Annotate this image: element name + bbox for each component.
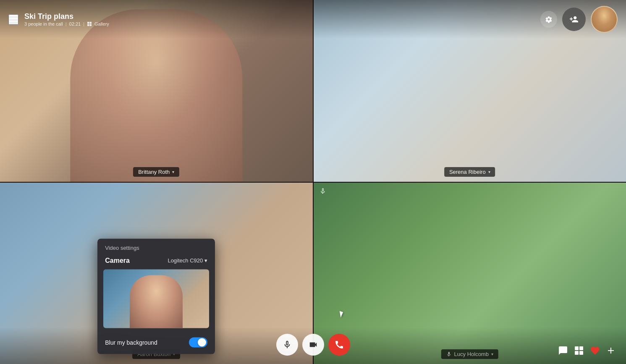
title-group: Ski Trip plans 3 people in the call | 02… [24,12,109,26]
toggle-knob [198,338,206,346]
add-people-button[interactable] [562,8,586,31]
chevron-icon-serena: ▾ [488,170,490,174]
svg-rect-6 [89,24,92,26]
svg-rect-5 [87,24,89,26]
plus-icon [606,346,616,356]
header-right [540,6,618,33]
name-badge-brittany[interactable]: Brittany Roth ▾ [133,167,179,177]
layout-grid-icon [574,346,584,356]
mic-icon-lucy [320,188,326,196]
people-count: 3 people in the call [24,21,63,26]
name-badge-serena[interactable]: Serena Ribeiro ▾ [444,167,495,177]
user-avatar[interactable] [591,6,618,33]
chevron-down-icon: ▾ [204,257,207,264]
settings-button[interactable] [540,11,557,28]
camera-row: Camera Logitech C920 ▾ [97,255,215,269]
mic-button[interactable] [276,334,298,356]
reaction-heart-button[interactable] [590,346,600,356]
blur-label: Blur my background [105,339,157,346]
camera-device-name: Logitech C920 [168,257,203,264]
svg-rect-4 [89,22,92,24]
chevron-icon-brittany: ▾ [172,170,174,174]
camera-device-select[interactable]: Logitech C920 ▾ [168,257,207,264]
svg-rect-9 [575,351,579,355]
participant-name-serena: Serena Ribeiro [449,169,486,175]
blur-toggle[interactable] [189,337,207,347]
right-controls [558,346,616,356]
call-title: Ski Trip plans [24,12,109,21]
svg-rect-2 [9,21,18,22]
svg-rect-10 [579,351,583,355]
separator-2: | [83,21,84,26]
svg-rect-3 [87,22,89,24]
hangup-button[interactable] [328,334,350,356]
svg-rect-0 [9,15,18,16]
bottom-controls [0,327,626,364]
chat-icon [558,346,568,356]
menu-button[interactable] [8,14,18,25]
heart-icon [590,346,600,356]
preview-person [130,275,183,328]
call-duration: 02:21 [69,21,81,26]
participant-name-brittany: Brittany Roth [138,169,170,175]
header-left: Ski Trip plans 3 people in the call | 02… [8,12,109,26]
layout-button[interactable] [574,346,584,356]
mic-icon [283,340,292,349]
avatar-image [592,7,617,32]
call-subtitle: 3 people in the call | 02:21 | Gallery [24,21,109,26]
layout-label: Gallery [94,21,109,26]
more-options-button[interactable] [606,346,616,356]
camera-label: Camera [105,257,130,264]
video-cell-brittany: Brittany Roth ▾ [0,0,313,182]
camera-preview [103,269,209,328]
video-grid: Brittany Roth ▾ Serena Ribeiro ▾ Aaron B… [0,0,626,364]
video-settings-header: Video settings [97,238,215,255]
svg-rect-7 [575,346,579,350]
chat-button[interactable] [558,346,568,356]
separator-1: | [65,21,67,26]
blur-row: Blur my background [97,334,215,347]
svg-rect-1 [9,18,18,19]
layout-icon-small [87,21,92,26]
video-settings-popup: Video settings Camera Logitech C920 ▾ Bl… [97,238,215,354]
svg-rect-8 [579,346,583,350]
person-silhouette-1 [71,9,242,182]
camera-button[interactable] [302,334,324,356]
add-person-icon [569,15,579,24]
hangup-icon [334,340,344,350]
video-camera-icon [309,340,318,349]
gear-icon [545,16,553,23]
